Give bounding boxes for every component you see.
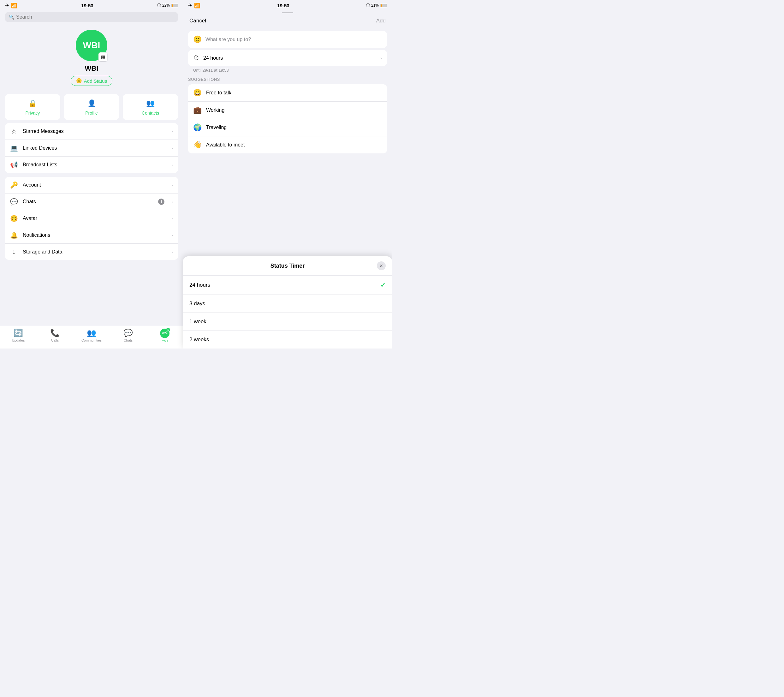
search-bar[interactable]: 🔍	[5, 12, 178, 22]
add-button[interactable]: Add	[376, 18, 386, 24]
qr-icon: ▦	[101, 54, 105, 59]
chevron-icon: ›	[171, 232, 173, 238]
chevron-icon: ›	[171, 129, 173, 134]
you-badge: 1	[166, 328, 170, 332]
you-avatar: WBI 1	[160, 329, 170, 338]
linked-label: Linked Devices	[23, 145, 166, 151]
privacy-icon: 🔒	[28, 99, 38, 109]
traveling-emoji: 🌍	[193, 124, 202, 132]
timer-label: 24 hours	[203, 55, 377, 61]
time-right: 19:53	[277, 3, 289, 8]
communities-icon: 👥	[87, 329, 96, 338]
tab-you[interactable]: WBI 1 You	[147, 329, 183, 343]
suggestions-list: 😄 Free to talk 💼 Working 🌍 Traveling 👋 A…	[188, 84, 387, 153]
menu-item-broadcast[interactable]: 📢 Broadcast Lists ›	[5, 157, 178, 173]
search-input[interactable]	[16, 14, 174, 20]
chevron-icon: ›	[171, 162, 173, 167]
suggestions-section: SUGGESTIONS 😄 Free to talk 💼 Working 🌍 T…	[188, 77, 387, 153]
status-input-row[interactable]: 🙂 What are you up to?	[188, 31, 387, 48]
timer-chevron-icon: ›	[380, 56, 382, 61]
chats-badge: 1	[158, 199, 165, 205]
chat-icon: 💬	[10, 198, 18, 206]
timer-row[interactable]: ⏱ 24 hours ›	[188, 50, 387, 66]
wifi-icon: 📶	[11, 3, 17, 8]
menu-item-notifications[interactable]: 🔔 Notifications ›	[5, 227, 178, 244]
broadcast-icon: 📢	[10, 161, 18, 168]
battery-icon-left	[171, 4, 178, 7]
suggestion-working[interactable]: 💼 Working	[188, 102, 387, 119]
suggestion-available[interactable]: 👋 Available to meet	[188, 137, 387, 153]
timer-modal-header: Status Timer ✕	[183, 256, 392, 275]
storage-icon: ↕	[10, 248, 18, 255]
working-text: Working	[206, 107, 224, 113]
suggestions-title: SUGGESTIONS	[188, 77, 387, 82]
timer-1w-label: 1 week	[189, 318, 206, 325]
airplane-icon: ✈	[5, 3, 9, 8]
tab-calls[interactable]: 📞 Calls	[36, 329, 73, 342]
tab-communities[interactable]: 👥 Communities	[73, 329, 110, 342]
broadcast-label: Broadcast Lists	[23, 162, 166, 168]
wifi-icon-right: 📶	[194, 3, 201, 8]
add-status-button[interactable]: 🙂 Add Status	[71, 76, 112, 86]
status-bar-right: ✈ 📶 19:53 ⓘ 21%	[183, 0, 392, 10]
phone-icon: 📞	[50, 329, 60, 338]
status-bar-left: ✈ 📶 19:53 ⓘ 22%	[0, 0, 183, 10]
timer-24h-label: 24 hours	[189, 282, 210, 288]
chats-tab-label: Chats	[124, 338, 133, 342]
timer-modal-title: Status Timer	[198, 263, 377, 269]
bottom-tab-bar: 🔄 Updates 📞 Calls 👥 Communities 💬 Chats …	[0, 326, 183, 348]
available-emoji: 👋	[193, 141, 202, 149]
until-text: Until 29/11 at 19:53	[193, 68, 382, 73]
tab-chats[interactable]: 💬 Chats	[110, 329, 147, 342]
working-emoji: 💼	[193, 106, 202, 114]
timer-2w-label: 2 weeks	[189, 336, 209, 343]
suggestion-traveling[interactable]: 🌍 Traveling	[188, 119, 387, 137]
key-icon: 🔑	[10, 181, 18, 189]
you-label: You	[162, 339, 168, 343]
close-icon: ✕	[379, 263, 383, 268]
battery-left: 22%	[162, 3, 170, 8]
timer-option-1w[interactable]: 1 week	[183, 313, 392, 331]
timer-modal-close-button[interactable]: ✕	[377, 261, 386, 270]
time-left: 19:53	[81, 3, 93, 8]
status-smiley-icon: 🙂	[193, 35, 202, 44]
left-panel: ✈ 📶 19:53 ⓘ 22% 🔍 WBI ▦ WBI 🙂 Add	[0, 0, 183, 348]
tab-updates[interactable]: 🔄 Updates	[0, 329, 36, 342]
right-status-icons-left: ⓘ 22%	[157, 3, 178, 8]
right-panel: ✈ 📶 19:53 ⓘ 21% Cancel Add 🙂 What are yo…	[183, 0, 392, 348]
right-right-icons: ⓘ 21%	[366, 3, 387, 8]
person-icon: 👤	[86, 99, 97, 109]
timer-modal: Status Timer ✕ 24 hours ✓ 3 days 1 week …	[183, 256, 392, 348]
menu-item-storage[interactable]: ↕ Storage and Data ›	[5, 244, 178, 260]
quick-action-privacy[interactable]: 🔒 Privacy	[5, 94, 60, 120]
cancel-button[interactable]: Cancel	[189, 18, 206, 24]
contacts-icon: 👥	[145, 99, 156, 109]
quick-action-profile[interactable]: 👤 Profile	[64, 94, 119, 120]
location-icon-right: ⓘ	[366, 3, 370, 8]
timer-option-2w[interactable]: 2 weeks	[183, 331, 392, 348]
sheet-header: Cancel Add	[183, 13, 392, 28]
avatar-initials: WBI	[83, 40, 100, 51]
battery-icon-right	[380, 4, 387, 7]
menu-item-chats[interactable]: 💬 Chats 1 ›	[5, 193, 178, 210]
timer-option-24h[interactable]: 24 hours ✓	[183, 275, 392, 295]
chats-label: Chats	[23, 199, 153, 204]
laptop-icon: 💻	[10, 144, 18, 152]
battery-right: 21%	[371, 3, 379, 8]
storage-label: Storage and Data	[23, 249, 166, 255]
search-icon: 🔍	[9, 15, 14, 20]
status-placeholder: What are you up to?	[206, 36, 251, 42]
smiley-icon: 🙂	[76, 78, 82, 84]
profile-section: WBI ▦ WBI 🙂 Add Status	[0, 25, 183, 90]
suggestion-free-to-talk[interactable]: 😄 Free to talk	[188, 84, 387, 102]
quick-action-contacts[interactable]: 👥 Contacts	[123, 94, 178, 120]
location-icon: ⓘ	[157, 3, 161, 8]
menu-item-starred[interactable]: ☆ Starred Messages ›	[5, 123, 178, 140]
menu-item-avatar[interactable]: 😊 Avatar ›	[5, 210, 178, 227]
qr-badge[interactable]: ▦	[99, 53, 107, 61]
free-talk-emoji: 😄	[193, 89, 202, 97]
menu-item-account[interactable]: 🔑 Account ›	[5, 177, 178, 193]
menu-item-linked[interactable]: 💻 Linked Devices ›	[5, 140, 178, 157]
traveling-text: Traveling	[206, 125, 227, 130]
timer-option-3d[interactable]: 3 days	[183, 295, 392, 313]
